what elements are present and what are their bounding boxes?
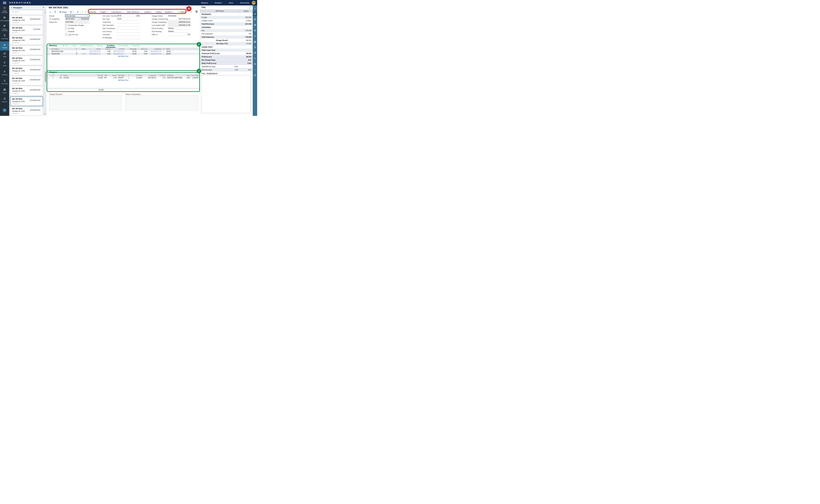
schedule-icon[interactable] — [253, 17, 257, 22]
save-button[interactable]: Save — [59, 11, 67, 13]
sidebar-item-port-schedule[interactable]: Port Schedule — [0, 14, 9, 23]
toolbar-menu-estimate[interactable]: Estimate — [89, 11, 96, 13]
pnl-value-header[interactable]: Actual — [239, 10, 253, 12]
sidebar-item-tasks[interactable]: Tasks — [0, 50, 9, 59]
dwf-field[interactable]: 7.00 — [167, 33, 191, 36]
table-row[interactable]: •••HOUSTOND2,17006/24/18 23:110.0006/24/… — [47, 53, 199, 55]
tc-hire-value[interactable]: 20,000.00 — [78, 18, 89, 20]
vsl-code-voy-no-field[interactable]: AKTA 1551 — [116, 14, 140, 17]
voyage-card-1544[interactable]: MV AKTAIAVoyage No 154429 Jul 15CLOSED — [10, 26, 43, 35]
tab-port-date[interactable]: Port/Date — [107, 45, 115, 47]
checkbox-consecutive-voyage[interactable]: Consecutive Voyage — [65, 24, 84, 26]
voyage-card-1551[interactable]: MV AKTAIAVoyage No 155117 Jun 18SCHEDULE… — [10, 97, 43, 106]
top-nav-analytics[interactable]: Analytics — [215, 2, 222, 4]
sidebar-item-forms[interactable]: Forms — [0, 87, 9, 96]
scroll-up-icon[interactable]: ▲ — [44, 12, 46, 13]
refresh-icon[interactable]: ↻ — [253, 33, 257, 39]
home-icon[interactable]: ⌂ — [253, 67, 257, 72]
collapse-icon[interactable]: « — [253, 5, 257, 11]
column-header-anch-out[interactable]: Anch Out — [137, 48, 148, 50]
column-header-arrival[interactable]: Arrival — [86, 48, 101, 50]
column-header-n[interactable]: N — [51, 74, 55, 76]
sidebar-item-alerts[interactable]: Alerts — [0, 59, 9, 68]
tc-code-hire-field[interactable]: AKTA-I0001 20,000.00 — [65, 18, 89, 20]
toolbar-menu-bunkers[interactable]: Bunkers▼ — [165, 11, 174, 13]
piracy-routing-field[interactable]: Default — [167, 27, 191, 30]
voyage-card-1549[interactable]: MV AKTAIAVoyage No 154909 Feb 18SCHEDULE… — [10, 76, 43, 85]
scrollbar-thumb[interactable] — [45, 72, 46, 82]
prev-icon[interactable]: ‹ — [82, 10, 83, 13]
voyage-card-1550[interactable]: MV AKTAIAVoyage No 155012 Apr 18SCHEDULE… — [10, 86, 43, 95]
toolbar-menu-delays[interactable]: Delays — [156, 11, 161, 13]
help-button[interactable]: ? — [3, 108, 7, 112]
checkbox-ls-only[interactable]: LS Only — [65, 27, 74, 29]
tab-consumption[interactable]: Consumption — [118, 45, 128, 47]
delete-icon[interactable] — [77, 11, 79, 13]
sidebar-item-voyages[interactable]: Voyages — [0, 41, 9, 50]
copy-icon[interactable]: ▼ — [70, 11, 74, 13]
voyage-card-1547[interactable]: MV AKTAIAVoyage No 154701 Jan 18SCHEDULE… — [10, 56, 43, 65]
sidebar-item-berth-schedule[interactable]: Berth Schedule — [0, 23, 9, 32]
top-nav-inbox[interactable]: Inbox — [229, 2, 233, 4]
add-button[interactable]: + — [49, 11, 51, 13]
voyage-completing-field[interactable]: 06/25/18 23:11 — [167, 21, 191, 23]
close-icon[interactable]: ✕ — [43, 6, 44, 9]
user-group-field[interactable] — [116, 30, 140, 33]
tab-properties[interactable]: Properties — [132, 45, 140, 47]
fd-manager-field[interactable] — [116, 36, 140, 39]
top-nav-documents[interactable]: Documents — [240, 2, 249, 4]
controller-field[interactable] — [116, 33, 140, 36]
voy-no-value[interactable]: 1551 — [129, 14, 140, 17]
toolbar-menu-reports[interactable]: Reports▼ — [177, 11, 188, 13]
search-icon[interactable] — [54, 11, 56, 13]
pnl-remarks-textarea[interactable] — [201, 75, 251, 113]
row-menu-icon[interactable]: ••• — [47, 53, 51, 55]
column-header-f[interactable]: F — [75, 48, 78, 50]
image-icon[interactable] — [253, 50, 257, 56]
checkbox-drydock[interactable]: Drydock — [65, 30, 74, 32]
column-header-miles[interactable]: Miles — [78, 48, 86, 50]
row-menu-icon[interactable]: ••• — [47, 77, 51, 79]
port-icon[interactable] — [253, 72, 257, 78]
toolbar-menu-laytime[interactable]: Laytime▼ — [144, 11, 152, 13]
ops-coordinator-field[interactable] — [116, 27, 140, 30]
tc-code-value[interactable]: AKTA-I0001 — [65, 18, 78, 20]
column-header-alongside[interactable]: Alongside — [125, 48, 137, 50]
toolbar-menu-commission[interactable]: Commission▼ — [111, 11, 123, 13]
table-row[interactable]: •••BOSTON (USA)L06/17/18 02:200.0006/17/… — [47, 50, 199, 53]
itinerary-add-new-row[interactable]: Add New Row — [47, 55, 199, 57]
toolbar-menu-freight[interactable]: Freight▼ — [100, 11, 107, 13]
sidebar-item-onboard[interactable]: Onboard — [0, 68, 9, 78]
voyage-card-1552[interactable]: MV AKTAIAVoyage No 155226 Jun 18SCHEDULE… — [10, 107, 43, 116]
notes-to-operations-textarea[interactable] — [125, 95, 198, 110]
expand-icon[interactable] — [249, 6, 252, 9]
top-nav-network[interactable]: Network — [201, 2, 208, 4]
tab-bl-info[interactable]: BL Info — [63, 45, 68, 47]
voyages-icon[interactable] — [253, 11, 257, 17]
voyage-card-partial[interactable]: 21 Aug 14 — [10, 10, 43, 15]
fixture-no-field[interactable]: 20170006 — [65, 21, 89, 23]
column-header-curr[interactable]: Curr — [186, 74, 191, 76]
column-header-opt-%[interactable]: Opt % — [109, 74, 117, 76]
voyage-card-1545[interactable]: MV AKTAIAVoyage No 154505 Sep 15SCHEDULE… — [10, 36, 43, 45]
column-header-all-fast[interactable]: All Fast — [111, 48, 125, 50]
sidebar-item-port-calls[interactable]: Port Calls — [0, 78, 9, 87]
tab-draft-restrictions[interactable]: Draft/Restrictions — [80, 45, 93, 47]
document-icon[interactable] — [253, 44, 257, 50]
gear-icon[interactable]: ⚙ — [253, 61, 257, 67]
column-header-unit[interactable]: Unit — [104, 74, 109, 76]
sidebar-item-bunkers[interactable]: Bunkers — [0, 96, 9, 105]
sidebar-item-vessel-schedule[interactable]: Vessel Schedule — [0, 5, 9, 14]
column-header-port-name[interactable]: Port Name — [51, 48, 75, 50]
collapse-panel-icon[interactable]: » — [11, 6, 12, 9]
column-header-berth[interactable]: Berth — [166, 48, 199, 50]
trade-area-field[interactable] — [116, 21, 140, 23]
scroll-down-icon[interactable]: ▼ — [44, 113, 46, 115]
column-header-departure[interactable]: Departure — [148, 48, 162, 50]
globe-icon[interactable] — [195, 10, 198, 13]
column-header-id[interactable]: ID — [55, 74, 63, 76]
checkbox-last-tci-voy[interactable]: Last TCI Voy — [65, 34, 78, 36]
column-header-t[interactable]: T — [126, 74, 132, 76]
tab-cargo[interactable]: Cargo — [72, 45, 77, 47]
cargoes-add-new-row[interactable]: Add New Row — [47, 79, 199, 81]
